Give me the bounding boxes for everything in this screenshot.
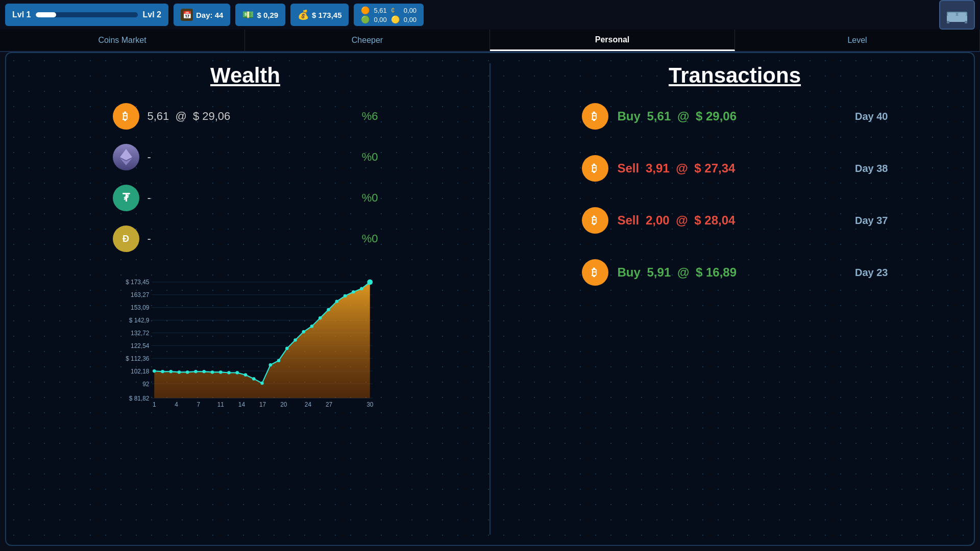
eth-amount: - (148, 151, 339, 164)
svg-point-48 (227, 371, 231, 374)
svg-text:1: 1 (152, 401, 156, 408)
svg-text:4: 4 (175, 401, 178, 408)
level-bar: Lvl 1 Lvl 2 (5, 4, 168, 26)
usdt-amount: - (148, 191, 339, 205)
stats-grid: 🟠 5,61 ¢ 0,00 🟢 0,00 🟡 0,00 (361, 6, 416, 23)
coin-row-btc: ₿ 5,61 @ $ 29,06 %6 (113, 103, 378, 130)
transactions-title: Transactions (669, 63, 801, 88)
panel-divider (489, 63, 491, 535)
svg-point-45 (202, 370, 206, 373)
svg-point-54 (277, 359, 280, 362)
tx1-coin-icon: ₿ (582, 103, 608, 130)
tx3-coin-icon: ₿ (582, 207, 608, 234)
bedroom-button[interactable] (939, 0, 975, 30)
svg-point-49 (235, 371, 239, 374)
main-inner: Wealth ₿ 5,61 @ $ 29,06 %6 (16, 63, 964, 535)
tx4-day: Day 23 (855, 267, 888, 279)
svg-point-40 (161, 370, 164, 373)
stat1-value: 5,61 (374, 7, 386, 14)
svg-text:$ 173,45: $ 173,45 (126, 279, 150, 286)
bed-icon (946, 6, 968, 24)
orange-coin-icon2: 🟡 (391, 15, 400, 23)
svg-point-44 (194, 370, 198, 373)
svg-point-58 (310, 324, 313, 328)
svg-point-65 (367, 279, 373, 285)
wealth-title: Wealth (210, 63, 280, 88)
tx1-detail: Buy 5,61 @ $ 29,06 (618, 109, 846, 123)
orange-coin-icon: 🟠 (361, 6, 370, 14)
stat2-value: 0,00 (404, 7, 416, 14)
tab-cheeper[interactable]: Cheeper (245, 30, 490, 51)
svg-rect-0 (947, 15, 967, 22)
svg-point-62 (343, 294, 347, 298)
svg-text:132,72: 132,72 (131, 330, 150, 337)
btc-icon: ₿ (113, 103, 139, 130)
doge-icon: Ð (113, 226, 139, 252)
svg-text:17: 17 (259, 401, 266, 408)
wealth-chart: $ 173,45 163,27 153,09 $ 142,9 132,72 12… (113, 277, 378, 409)
tx2-coin-icon: ₿ (582, 155, 608, 182)
svg-point-51 (252, 377, 256, 381)
tab-coins-market[interactable]: Coins Market (0, 30, 245, 51)
svg-marker-7 (120, 149, 132, 160)
svg-text:27: 27 (325, 401, 332, 408)
xp-bar-fill (36, 12, 56, 17)
green-dot-icon: 🟢 (361, 15, 370, 23)
wealth-panel: Wealth ₿ 5,61 @ $ 29,06 %6 (16, 63, 474, 535)
transactions-panel: Transactions ₿ Buy 5,61 @ $ 29,06 Day 40 (506, 63, 964, 535)
svg-text:153,09: 153,09 (131, 304, 150, 311)
svg-point-43 (186, 370, 189, 374)
tx4-coin-icon: ₿ (582, 259, 608, 286)
day-text: Day: 44 (196, 11, 223, 19)
usdt-icon: ₮ (113, 185, 139, 211)
money1-value: $ 0,29 (257, 11, 278, 19)
nav-tabs: Coins Market Cheeper Personal Level (0, 30, 980, 52)
svg-rect-4 (947, 21, 949, 23)
svg-text:₿: ₿ (592, 215, 597, 226)
svg-text:11: 11 (217, 401, 224, 408)
svg-text:$ 81,82: $ 81,82 (129, 395, 149, 402)
svg-point-61 (335, 300, 338, 304)
svg-point-53 (268, 363, 272, 367)
money2-icon: 💰 (298, 9, 309, 20)
svg-point-55 (285, 347, 289, 350)
tx4-detail: Buy 5,91 @ $ 16,89 (618, 265, 846, 280)
tab-personal[interactable]: Personal (490, 30, 735, 51)
main-panel: Wealth ₿ 5,61 @ $ 29,06 %6 (5, 52, 975, 546)
transaction-row-3: ₿ Sell 2,00 @ $ 28,04 Day 37 (582, 207, 888, 234)
svg-text:102,18: 102,18 (131, 368, 150, 375)
transaction-row-1: ₿ Buy 5,61 @ $ 29,06 Day 40 (582, 103, 888, 130)
calendar-icon: 📅 (181, 9, 193, 21)
transaction-list: ₿ Buy 5,61 @ $ 29,06 Day 40 ₿ (582, 103, 888, 311)
transaction-row-4: ₿ Buy 5,91 @ $ 16,89 Day 23 (582, 259, 888, 286)
doge-percent: %0 (348, 232, 378, 245)
chart-container: $ 173,45 163,27 153,09 $ 142,9 132,72 12… (113, 277, 378, 411)
lvl2-label: Lvl 2 (143, 10, 161, 19)
tab-level[interactable]: Level (735, 30, 980, 51)
tx3-detail: Sell 2,00 @ $ 28,04 (618, 213, 846, 228)
svg-rect-2 (948, 13, 956, 16)
money2-badge: 💰 $ 173,45 (290, 4, 349, 26)
svg-point-57 (302, 330, 305, 334)
svg-rect-5 (965, 21, 967, 23)
svg-point-59 (318, 316, 322, 320)
money1-icon: 💵 (242, 9, 254, 20)
svg-point-39 (153, 369, 156, 373)
day-badge: 📅 Day: 44 (174, 4, 230, 26)
btc-amount: 5,61 @ $ 29,06 (148, 110, 339, 123)
stat3-value: 0,00 (374, 16, 386, 23)
coin-rows: ₿ 5,61 @ $ 29,06 %6 (113, 103, 378, 266)
tx1-day: Day 40 (855, 111, 888, 122)
money1-badge: 💵 $ 0,29 (235, 4, 285, 26)
usdt-percent: %0 (348, 191, 378, 205)
svg-point-63 (352, 290, 355, 294)
svg-text:163,27: 163,27 (131, 291, 150, 298)
tx2-detail: Sell 3,91 @ $ 27,34 (618, 161, 846, 176)
svg-text:₿: ₿ (592, 163, 597, 174)
svg-point-64 (360, 287, 363, 291)
svg-text:7: 7 (197, 401, 200, 408)
svg-text:20: 20 (280, 401, 287, 408)
svg-point-50 (243, 373, 247, 377)
tx2-day: Day 38 (855, 163, 888, 174)
svg-point-47 (219, 370, 223, 374)
